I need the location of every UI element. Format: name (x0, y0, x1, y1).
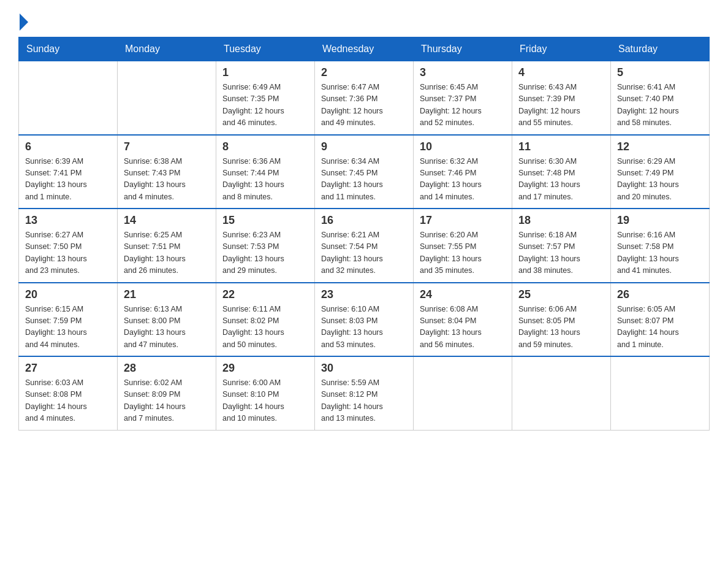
day-info: Sunrise: 6:06 AMSunset: 8:05 PMDaylight:… (518, 304, 604, 351)
day-number: 16 (321, 214, 407, 227)
day-number: 4 (518, 66, 604, 79)
day-number: 22 (222, 288, 308, 301)
day-number: 15 (222, 214, 308, 227)
week-row-4: 20Sunrise: 6:15 AMSunset: 7:59 PMDayligh… (19, 283, 710, 357)
calendar-cell: 23Sunrise: 6:10 AMSunset: 8:03 PMDayligh… (315, 283, 414, 357)
day-number: 19 (617, 214, 703, 227)
day-number: 27 (25, 362, 111, 375)
day-info: Sunrise: 6:13 AMSunset: 8:00 PMDaylight:… (124, 304, 210, 351)
day-info: Sunrise: 6:32 AMSunset: 7:46 PMDaylight:… (420, 156, 506, 204)
weekday-header-wednesday: Wednesday (315, 37, 414, 61)
day-info: Sunrise: 6:16 AMSunset: 7:58 PMDaylight:… (617, 229, 703, 277)
calendar-cell (118, 61, 216, 135)
day-number: 28 (124, 362, 210, 375)
calendar-cell: 30Sunrise: 5:59 AMSunset: 8:12 PMDayligh… (315, 356, 414, 430)
day-info: Sunrise: 6:11 AMSunset: 8:02 PMDaylight:… (222, 304, 308, 351)
day-number: 9 (321, 140, 407, 153)
calendar-table: SundayMondayTuesdayWednesdayThursdayFrid… (18, 37, 710, 431)
day-number: 25 (518, 288, 604, 301)
calendar-cell: 8Sunrise: 6:36 AMSunset: 7:44 PMDaylight… (216, 135, 315, 209)
calendar-cell: 5Sunrise: 6:41 AMSunset: 7:40 PMDaylight… (611, 61, 710, 135)
day-info: Sunrise: 6:15 AMSunset: 7:59 PMDaylight:… (25, 304, 111, 351)
weekday-header-saturday: Saturday (611, 37, 710, 61)
day-number: 12 (617, 140, 703, 153)
day-number: 11 (518, 140, 604, 153)
day-info: Sunrise: 6:02 AMSunset: 8:09 PMDaylight:… (124, 377, 210, 425)
calendar-cell: 13Sunrise: 6:27 AMSunset: 7:50 PMDayligh… (19, 209, 118, 283)
calendar-cell (414, 356, 512, 430)
day-number: 7 (124, 140, 210, 153)
weekday-header-thursday: Thursday (414, 37, 512, 61)
calendar-cell (19, 61, 118, 135)
calendar-cell: 25Sunrise: 6:06 AMSunset: 8:05 PMDayligh… (512, 283, 611, 357)
day-number: 1 (222, 66, 308, 79)
calendar-cell: 21Sunrise: 6:13 AMSunset: 8:00 PMDayligh… (118, 283, 216, 357)
day-number: 3 (420, 66, 506, 79)
weekday-header-tuesday: Tuesday (216, 37, 315, 61)
calendar-cell: 27Sunrise: 6:03 AMSunset: 8:08 PMDayligh… (19, 356, 118, 430)
calendar-cell: 2Sunrise: 6:47 AMSunset: 7:36 PMDaylight… (315, 61, 414, 135)
day-info: Sunrise: 6:30 AMSunset: 7:48 PMDaylight:… (518, 156, 604, 204)
day-number: 30 (321, 362, 407, 375)
day-number: 6 (25, 140, 111, 153)
calendar-cell: 19Sunrise: 6:16 AMSunset: 7:58 PMDayligh… (611, 209, 710, 283)
day-info: Sunrise: 6:45 AMSunset: 7:37 PMDaylight:… (420, 82, 506, 129)
day-number: 17 (420, 214, 506, 227)
calendar-cell: 24Sunrise: 6:08 AMSunset: 8:04 PMDayligh… (414, 283, 512, 357)
calendar-cell: 18Sunrise: 6:18 AMSunset: 7:57 PMDayligh… (512, 209, 611, 283)
page-header (18, 12, 710, 31)
calendar-cell: 29Sunrise: 6:00 AMSunset: 8:10 PMDayligh… (216, 356, 315, 430)
calendar-cell: 22Sunrise: 6:11 AMSunset: 8:02 PMDayligh… (216, 283, 315, 357)
day-info: Sunrise: 6:38 AMSunset: 7:43 PMDaylight:… (124, 156, 210, 204)
day-number: 5 (617, 66, 703, 79)
day-info: Sunrise: 6:20 AMSunset: 7:55 PMDaylight:… (420, 229, 506, 277)
day-number: 10 (420, 140, 506, 153)
calendar-cell (611, 356, 710, 430)
day-info: Sunrise: 6:08 AMSunset: 8:04 PMDaylight:… (420, 304, 506, 351)
calendar-cell (512, 356, 611, 430)
weekday-header-friday: Friday (512, 37, 611, 61)
day-info: Sunrise: 6:25 AMSunset: 7:51 PMDaylight:… (124, 229, 210, 277)
day-number: 18 (518, 214, 604, 227)
calendar-cell: 9Sunrise: 6:34 AMSunset: 7:45 PMDaylight… (315, 135, 414, 209)
week-row-5: 27Sunrise: 6:03 AMSunset: 8:08 PMDayligh… (19, 356, 710, 430)
day-info: Sunrise: 6:47 AMSunset: 7:36 PMDaylight:… (321, 82, 407, 129)
day-info: Sunrise: 6:05 AMSunset: 8:07 PMDaylight:… (617, 304, 703, 351)
day-info: Sunrise: 6:03 AMSunset: 8:08 PMDaylight:… (25, 377, 111, 425)
day-number: 14 (124, 214, 210, 227)
day-number: 23 (321, 288, 407, 301)
calendar-cell: 14Sunrise: 6:25 AMSunset: 7:51 PMDayligh… (118, 209, 216, 283)
day-info: Sunrise: 6:18 AMSunset: 7:57 PMDaylight:… (518, 229, 604, 277)
calendar-cell: 4Sunrise: 6:43 AMSunset: 7:39 PMDaylight… (512, 61, 611, 135)
day-number: 26 (617, 288, 703, 301)
day-number: 8 (222, 140, 308, 153)
day-info: Sunrise: 6:39 AMSunset: 7:41 PMDaylight:… (25, 156, 111, 204)
day-number: 20 (25, 288, 111, 301)
calendar-cell: 11Sunrise: 6:30 AMSunset: 7:48 PMDayligh… (512, 135, 611, 209)
calendar-cell: 16Sunrise: 6:21 AMSunset: 7:54 PMDayligh… (315, 209, 414, 283)
day-info: Sunrise: 6:29 AMSunset: 7:49 PMDaylight:… (617, 156, 703, 204)
weekday-header-sunday: Sunday (19, 37, 118, 61)
calendar-cell: 6Sunrise: 6:39 AMSunset: 7:41 PMDaylight… (19, 135, 118, 209)
day-info: Sunrise: 6:21 AMSunset: 7:54 PMDaylight:… (321, 229, 407, 277)
week-row-3: 13Sunrise: 6:27 AMSunset: 7:50 PMDayligh… (19, 209, 710, 283)
day-number: 2 (321, 66, 407, 79)
calendar-cell: 7Sunrise: 6:38 AMSunset: 7:43 PMDaylight… (118, 135, 216, 209)
day-info: Sunrise: 5:59 AMSunset: 8:12 PMDaylight:… (321, 377, 407, 425)
calendar-cell: 12Sunrise: 6:29 AMSunset: 7:49 PMDayligh… (611, 135, 710, 209)
calendar-cell: 17Sunrise: 6:20 AMSunset: 7:55 PMDayligh… (414, 209, 512, 283)
weekday-header-row: SundayMondayTuesdayWednesdayThursdayFrid… (19, 37, 710, 61)
week-row-1: 1Sunrise: 6:49 AMSunset: 7:35 PMDaylight… (19, 61, 710, 135)
day-info: Sunrise: 6:34 AMSunset: 7:45 PMDaylight:… (321, 156, 407, 204)
weekday-header-monday: Monday (118, 37, 216, 61)
day-info: Sunrise: 6:49 AMSunset: 7:35 PMDaylight:… (222, 82, 308, 129)
day-number: 21 (124, 288, 210, 301)
day-info: Sunrise: 6:41 AMSunset: 7:40 PMDaylight:… (617, 82, 703, 129)
week-row-2: 6Sunrise: 6:39 AMSunset: 7:41 PMDaylight… (19, 135, 710, 209)
day-info: Sunrise: 6:27 AMSunset: 7:50 PMDaylight:… (25, 229, 111, 277)
logo-triangle-icon (20, 13, 28, 31)
day-number: 29 (222, 362, 308, 375)
day-info: Sunrise: 6:43 AMSunset: 7:39 PMDaylight:… (518, 82, 604, 129)
calendar-cell: 10Sunrise: 6:32 AMSunset: 7:46 PMDayligh… (414, 135, 512, 209)
logo (18, 12, 28, 31)
